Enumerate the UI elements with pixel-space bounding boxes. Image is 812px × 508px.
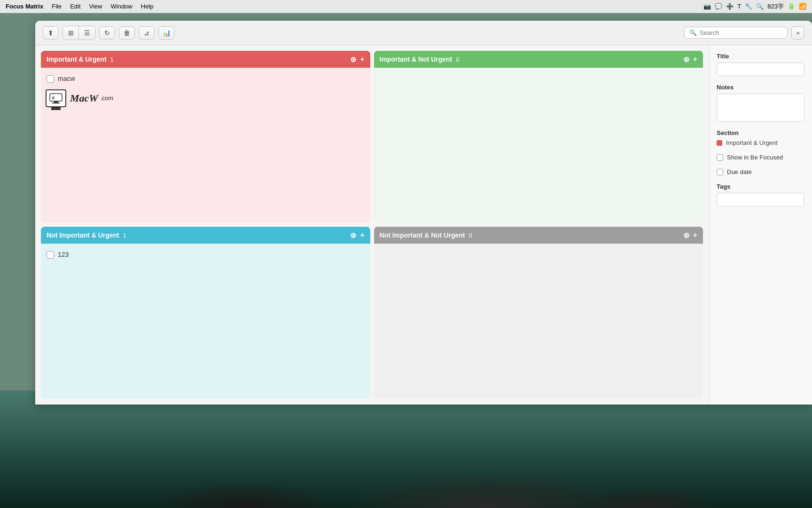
zoom-niu-button[interactable]: ⊕	[350, 231, 356, 240]
filter-button[interactable]: ⊿	[139, 26, 155, 40]
wifi-icon: 📶	[799, 3, 806, 10]
svg-text:🖥: 🖥	[51, 96, 55, 100]
desktop-background	[0, 390, 812, 508]
quadrant-ninu-title: Not Important & Not Urgent	[380, 231, 465, 239]
due-date-row[interactable]: Due date	[717, 168, 804, 175]
trash-icon: 🗑	[124, 29, 130, 37]
task-checkbox[interactable]	[47, 75, 54, 83]
list-icon: ☰	[84, 29, 90, 37]
quadrant-iu-body: macw 🖥 MacW.com	[41, 68, 370, 223]
camera-icon: 📷	[703, 3, 711, 10]
chevron-right-icon: »	[796, 29, 799, 36]
quadrant-not-important-not-urgent: Not Important & Not Urgent 0 ⊕ +	[374, 227, 703, 399]
title-input[interactable]	[717, 63, 804, 76]
text-icon: T	[737, 3, 741, 10]
search-input[interactable]	[700, 29, 782, 36]
app-window: ⬆ ⊞ ☰ ↻ 🗑 ⊿ 📊 🔍	[35, 21, 812, 405]
task-label: macw	[58, 74, 75, 84]
quadrant-ninu-actions: ⊕ +	[683, 231, 697, 240]
macw-logo-container: 🖥 MacW.com	[46, 89, 366, 107]
section-label: Section	[717, 129, 804, 136]
show-in-be-focused-label: Show in Be Focused	[727, 154, 783, 161]
menu-help[interactable]: Help	[141, 3, 154, 10]
sync-icon: ↻	[104, 29, 110, 37]
add-inu-button[interactable]: +	[693, 55, 697, 64]
section-field: Section Important & Urgent	[717, 129, 804, 146]
quadrant-important-not-urgent: Important & Not Urgent 0 ⊕ +	[374, 51, 703, 223]
show-in-be-focused-row[interactable]: Show in Be Focused	[717, 154, 804, 161]
task-item: 123	[46, 248, 366, 262]
menu-file[interactable]: File	[52, 3, 62, 10]
task-label-123: 123	[58, 250, 69, 260]
quadrant-niu-count: 1	[123, 232, 126, 239]
quadrant-niu-header: Not Important & Urgent 1 ⊕ +	[41, 227, 370, 244]
filter-icon: ⊿	[144, 29, 149, 37]
search-box[interactable]: 🔍	[684, 27, 788, 39]
toolbar: ⬆ ⊞ ☰ ↻ 🗑 ⊿ 📊 🔍	[35, 21, 812, 45]
search-icon: 🔍	[689, 29, 697, 36]
quadrant-inu-actions: ⊕ +	[683, 55, 697, 64]
zoom-iu-button[interactable]: ⊕	[350, 55, 356, 64]
right-sidebar: Title Notes Section Important & Urgent S…	[709, 45, 812, 405]
section-color-dot	[717, 140, 722, 146]
title-field: Title	[717, 53, 804, 76]
quadrant-niu-body: 123	[41, 244, 370, 399]
show-in-be-focused-checkbox[interactable]	[717, 154, 723, 161]
sync-button[interactable]: ↻	[99, 26, 115, 40]
expand-button[interactable]: »	[791, 26, 804, 40]
tags-input[interactable]	[717, 193, 804, 206]
list-view-button[interactable]: ☰	[79, 26, 95, 40]
quadrant-inu-header: Important & Not Urgent 0 ⊕ +	[374, 51, 703, 68]
view-toggle-group: ⊞ ☰	[62, 26, 95, 40]
quadrant-ninu-count: 0	[468, 232, 472, 239]
menu-edit[interactable]: Edit	[70, 3, 80, 10]
menubar-right: 📷 💬 ➕ T 🔧 🔍 823字 🔋 📶	[703, 2, 806, 11]
grid-view-button[interactable]: ⊞	[63, 26, 79, 40]
export-button[interactable]: ⬆	[43, 26, 59, 40]
menu-view[interactable]: View	[89, 3, 102, 10]
zoom-inu-button[interactable]: ⊕	[683, 55, 689, 64]
notes-field: Notes	[717, 84, 804, 122]
menu-window[interactable]: Window	[111, 3, 133, 10]
grid-icon: ⊞	[68, 29, 74, 37]
svg-rect-3	[52, 103, 60, 103]
stats-button[interactable]: 📊	[158, 26, 174, 40]
notes-textarea[interactable]	[717, 94, 804, 122]
macw-icon: 🖥	[46, 89, 66, 107]
macw-logo-text: MacW.com	[70, 92, 113, 104]
add-ninu-button[interactable]: +	[693, 231, 697, 239]
main-content: Important & Urgent 1 ⊕ + macw	[35, 45, 812, 405]
search-menu-icon: 🔍	[756, 3, 764, 10]
tags-label: Tags	[717, 183, 804, 190]
char-count: 823字	[767, 2, 784, 11]
quadrant-inu-count: 0	[456, 56, 459, 63]
due-date-checkbox[interactable]	[717, 169, 723, 175]
quadrant-iu-count: 1	[110, 56, 114, 63]
macw-text: MacW	[70, 92, 98, 104]
add-iu-button[interactable]: +	[360, 55, 364, 64]
quadrant-ninu-header: Not Important & Not Urgent 0 ⊕ +	[374, 227, 703, 244]
add-icon: ➕	[726, 3, 734, 10]
add-niu-button[interactable]: +	[360, 231, 364, 239]
section-value: Important & Urgent	[726, 139, 778, 146]
section-indicator: Important & Urgent	[717, 139, 804, 146]
matrix-area: Important & Urgent 1 ⊕ + macw	[35, 45, 709, 405]
quadrant-not-important-urgent: Not Important & Urgent 1 ⊕ + 123	[41, 227, 370, 399]
menubar: Focus Matrix File Edit View Window Help …	[0, 0, 812, 13]
quadrant-iu-title: Important & Urgent	[47, 56, 107, 63]
quadrant-inu-title: Important & Not Urgent	[380, 56, 453, 63]
desktop-rocks	[0, 452, 812, 508]
macw-domain: .com	[100, 95, 113, 102]
title-label: Title	[717, 53, 804, 60]
battery-icon: 🔋	[788, 3, 795, 10]
tags-field: Tags	[717, 183, 804, 206]
delete-button[interactable]: 🗑	[119, 26, 135, 40]
tools-icon: 🔧	[745, 3, 752, 10]
export-icon: ⬆	[48, 29, 54, 37]
notes-label: Notes	[717, 84, 804, 91]
zoom-ninu-button[interactable]: ⊕	[683, 231, 689, 240]
quadrant-ninu-body	[374, 244, 703, 399]
task-checkbox-123[interactable]	[47, 251, 54, 259]
due-date-label: Due date	[727, 168, 752, 175]
task-item: macw	[46, 72, 366, 86]
